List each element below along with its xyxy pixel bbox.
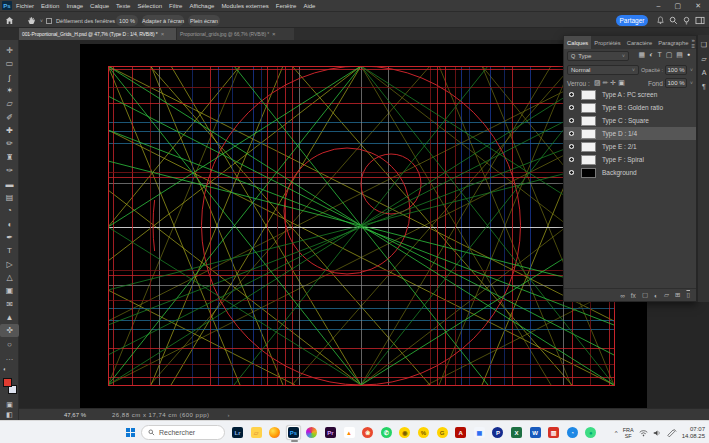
eyedropper-tool[interactable]: ✐ [0, 111, 19, 124]
move-tool[interactable]: ✛ [0, 44, 19, 57]
panel-tab-caractère[interactable]: Caractère [624, 36, 655, 49]
layer-thumbnail[interactable] [581, 129, 596, 139]
yellow-app1-icon[interactable]: ◉ [397, 425, 412, 440]
document-tab-inactive[interactable]: Proportional_grids.jpg @ 66,7% (RVB/8) *… [177, 28, 294, 40]
visibility-eye-icon[interactable] [568, 92, 575, 97]
minimize-button[interactable]: – [657, 2, 661, 10]
paragraph-dock-icon[interactable]: ¶ [699, 83, 709, 90]
hand-tool[interactable]: ✜ [0, 324, 19, 337]
marquee-tool[interactable]: ▭ [0, 57, 19, 70]
shape-tool[interactable]: △ [0, 271, 19, 284]
dodge-tool[interactable]: ◖ [0, 218, 19, 231]
photoshop-icon[interactable]: Ps [286, 425, 301, 440]
fit-screen-button[interactable]: Adapter à l'écran [142, 15, 184, 26]
layer-filter-dropdown[interactable]: QType˅ [567, 51, 629, 61]
restore-button[interactable]: ▢ [675, 2, 682, 10]
layer-row-2[interactable]: Type B : Golden ratio [564, 101, 696, 114]
lock-icons[interactable]: ▨ ✏ ✛ ▣ [594, 79, 625, 87]
layer-thumbnail[interactable] [581, 90, 596, 100]
acrobat-icon[interactable]: A [453, 425, 468, 440]
paypal-icon[interactable]: P [490, 425, 505, 440]
character-dock-icon[interactable]: A [699, 69, 709, 76]
zoom-100-button[interactable]: 100 % [116, 15, 138, 26]
layer-row-5[interactable]: Type E : 2/1 [564, 140, 696, 153]
flower-app-icon[interactable]: ❀ [360, 425, 375, 440]
menu-calque[interactable]: Calque [90, 3, 109, 9]
layer-filter-icons[interactable]: ▦◐T▢▤● [639, 51, 690, 59]
layer-row-7[interactable]: Background [564, 166, 696, 179]
file-explorer-icon[interactable]: ▱ [249, 425, 264, 440]
delete-layer-icon[interactable]: ▯ [686, 291, 690, 299]
layer-thumbnail[interactable] [581, 155, 596, 165]
calculator-icon[interactable]: ▦ [472, 425, 487, 440]
document-tab-active[interactable]: 001-Proportional_Grids_H.psd @ 47,7% (Ty… [19, 28, 176, 40]
photos-icon[interactable] [304, 425, 319, 440]
premiere-icon[interactable]: Pr [323, 425, 338, 440]
wand-tool[interactable]: ✶ [0, 84, 19, 97]
zoom-level[interactable]: 47,67 % [64, 412, 86, 418]
layer-effects-icon[interactable]: fx [631, 292, 636, 299]
clock[interactable]: 07:0714.08.25 [682, 426, 707, 440]
layer-row-3[interactable]: Type C : Square [564, 114, 696, 127]
yellow-app3-icon[interactable]: G [435, 425, 450, 440]
lightroom-classic-icon[interactable]: Lr [230, 425, 245, 440]
photoshop-logo-icon[interactable]: Ps [2, 1, 12, 10]
green-app-icon[interactable]: ● [583, 425, 598, 440]
layer-group-icon[interactable]: ▱ [664, 291, 669, 299]
pen-icon[interactable] [667, 429, 677, 437]
visibility-eye-icon[interactable] [568, 144, 575, 149]
menu-fenêtre[interactable]: Fenêtre [276, 3, 297, 9]
note-tool[interactable]: ✉ [0, 298, 19, 311]
tray-chevron[interactable]: ^ [615, 430, 618, 436]
fill-value[interactable]: 100 % [665, 78, 687, 88]
taskbar-search[interactable]: Rechercher [141, 425, 225, 440]
blue-app-icon[interactable]: ◔ [565, 425, 580, 440]
fullscreen-button[interactable]: Plein écran [188, 15, 220, 26]
visibility-eye-icon[interactable] [568, 157, 575, 162]
shape2-tool[interactable]: ▲ [0, 311, 19, 324]
libraries-dock-icon[interactable]: ▱ [699, 55, 709, 63]
type-tool[interactable]: T [0, 244, 19, 257]
layer-thumbnail[interactable] [581, 103, 596, 113]
layers-dock-icon[interactable]: ❏ [699, 41, 709, 49]
healing-tool[interactable]: ✚ [0, 124, 19, 137]
scroll-windows-checkbox[interactable] [46, 18, 52, 24]
default-colors-icon[interactable]: ◐ [3, 366, 15, 374]
opacity-value[interactable]: 100 % [665, 65, 687, 75]
menu-sélection[interactable]: Sélection [137, 3, 162, 9]
visibility-eye-icon[interactable] [568, 118, 575, 123]
language-indicator[interactable]: FRASF [623, 427, 634, 439]
layer-thumbnail[interactable] [581, 168, 596, 178]
menu-filtre[interactable]: Filtre [169, 3, 182, 9]
wifi-icon[interactable] [639, 429, 648, 437]
layer-thumbnail[interactable] [581, 142, 596, 152]
blur-tool[interactable]: ◔ [0, 204, 19, 217]
panel-tab-propriétés[interactable]: Propriétés [591, 36, 623, 49]
volume-icon[interactable] [653, 429, 662, 437]
opacity-chevron[interactable]: ˅ [690, 67, 693, 73]
windows-start-button[interactable] [126, 428, 135, 437]
blend-mode-select[interactable]: Normal˅ [567, 65, 639, 75]
layer-thumbnail[interactable] [581, 116, 596, 126]
excel-icon[interactable]: X [509, 425, 524, 440]
yellow-app2-icon[interactable]: % [416, 425, 431, 440]
menu-edition[interactable]: Edition [41, 3, 59, 9]
eraser-tool[interactable]: ▬ [0, 178, 19, 191]
pen-tool[interactable]: ✒ [0, 231, 19, 244]
lasso-tool[interactable]: ʃ [0, 71, 19, 84]
home-icon[interactable] [4, 15, 15, 26]
link-layers-icon[interactable]: ∞ [620, 292, 625, 299]
history-brush-tool[interactable]: ✑ [0, 164, 19, 177]
layer-row-6[interactable]: Type F : Spiral [564, 153, 696, 166]
foreground-color-swatch[interactable] [3, 378, 12, 387]
more-tools[interactable]: … [0, 351, 19, 364]
menu-affichage[interactable]: Affichage [189, 3, 214, 9]
firefox-icon[interactable] [267, 425, 282, 440]
workspace-icon[interactable] [694, 15, 705, 26]
path-select-tool[interactable]: ▷ [0, 258, 19, 271]
layer-row-1[interactable]: Type A : PC screen [564, 88, 696, 101]
close-button[interactable]: ✕ [695, 2, 701, 10]
new-layer-icon[interactable]: ⊞ [675, 291, 680, 299]
search-icon[interactable] [668, 15, 679, 26]
adjustment-layer-icon[interactable]: ◐ [654, 292, 658, 299]
